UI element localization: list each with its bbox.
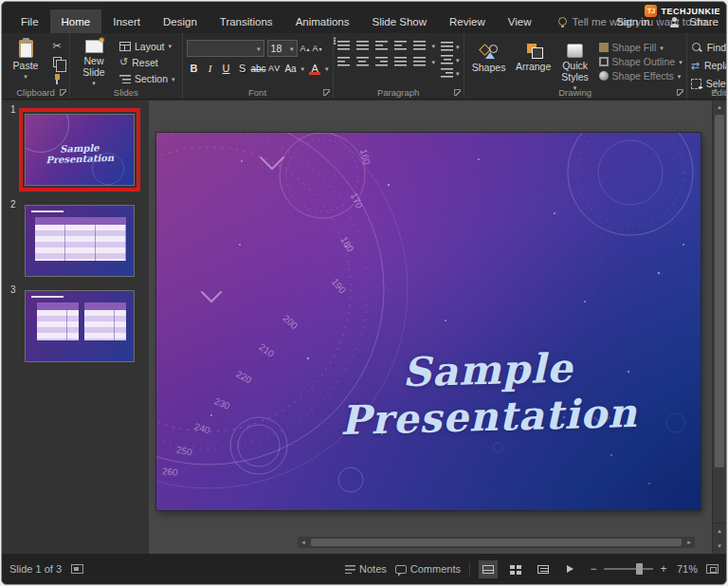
text-shadow-button[interactable]: S (237, 61, 248, 76)
new-slide-button[interactable]: New Slide ▾ (74, 36, 114, 86)
zoom-slider-thumb[interactable] (636, 563, 643, 575)
display-settings-icon[interactable] (71, 564, 83, 574)
tab-home[interactable]: Home (50, 9, 102, 33)
chevron-down-icon: ▾ (432, 43, 436, 49)
slide-thumbnail-2[interactable] (25, 205, 135, 277)
comments-button[interactable]: Comments (395, 563, 461, 575)
shape-fill-button[interactable]: Shape Fill ▾ (599, 42, 682, 53)
find-label: Find (707, 42, 726, 53)
justify-button[interactable] (394, 57, 407, 66)
change-case-button[interactable]: Aa (285, 61, 297, 76)
tab-design[interactable]: Design (152, 9, 209, 33)
techjunkie-watermark: TJ TECHJUNKIE (645, 5, 720, 17)
horizontal-scrollbar-thumb[interactable] (311, 539, 682, 546)
slide-thumbnail-3[interactable] (25, 290, 135, 362)
chevron-down-icon: ▾ (660, 45, 664, 51)
arrange-icon (524, 42, 543, 59)
zoom-in-button[interactable]: + (659, 562, 668, 576)
find-button[interactable]: Find (691, 40, 727, 55)
cut-button[interactable]: ✂ (48, 39, 65, 53)
line-spacing-button[interactable] (413, 41, 426, 50)
tab-slide-show[interactable]: Slide Show (361, 9, 439, 33)
tab-view[interactable]: View (497, 9, 543, 33)
select-button[interactable]: Select ▾ (691, 76, 727, 91)
align-left-button[interactable] (337, 57, 350, 66)
slide-decorations (156, 133, 701, 510)
tab-insert[interactable]: Insert (101, 9, 152, 33)
zoom-control: − + (589, 562, 668, 576)
slide-sorter-view-button[interactable] (506, 560, 525, 578)
next-slide-button[interactable]: ▾ (713, 539, 726, 554)
clipboard-dialog-launcher-icon[interactable] (60, 89, 66, 96)
format-painter-button[interactable] (48, 72, 65, 86)
tab-transitions[interactable]: Transitions (209, 9, 284, 33)
horizontal-scrollbar[interactable]: ◂ ▸ (298, 537, 695, 548)
paragraph-dialog-launcher-icon[interactable] (454, 89, 461, 96)
new-slide-label: New Slide (74, 55, 114, 78)
paste-button[interactable]: Paste ▾ (6, 36, 46, 86)
main-area: 1 Sample Presentation 2 3 (2, 101, 726, 554)
slide-sorter-icon (510, 565, 515, 569)
slide-editor[interactable]: 160 170 180 190 200 210 220 230 240 250 … (156, 133, 701, 510)
character-spacing-button[interactable]: AV (269, 61, 281, 76)
italic-button[interactable]: I (205, 61, 216, 76)
numbering-button[interactable] (356, 41, 369, 50)
decrease-font-size-button[interactable]: A▾ (313, 44, 322, 53)
vertical-scrollbar-thumb[interactable] (715, 115, 724, 467)
convert-to-smartart-button[interactable] (441, 68, 453, 78)
strikethrough-button[interactable]: abc (253, 61, 264, 76)
copy-button[interactable] (48, 55, 65, 69)
bullets-button[interactable] (337, 41, 350, 50)
collapse-ribbon-icon[interactable]: ∧ (712, 86, 719, 96)
arrange-label: Arrange (516, 61, 551, 72)
align-right-button[interactable] (375, 57, 388, 66)
layout-button[interactable]: Layout ▾ (117, 39, 178, 53)
comments-label: Comments (410, 563, 461, 575)
vertical-scrollbar[interactable]: ▴ ▴ ▾ (712, 101, 726, 554)
share-button[interactable]: Share (689, 16, 719, 27)
quick-styles-button[interactable]: Quick Styles ▾ (557, 38, 593, 91)
reset-button[interactable]: ↺ Reset (117, 55, 178, 69)
scroll-left-icon[interactable]: ◂ (298, 539, 309, 546)
tab-file[interactable]: File (9, 9, 50, 33)
font-name-combobox[interactable]: ▾ (187, 40, 264, 57)
slide-title-text[interactable]: Sample Presentation (288, 342, 688, 446)
shapes-button[interactable]: Shapes (468, 38, 510, 91)
font-dialog-launcher-icon[interactable] (323, 89, 330, 96)
reading-view-button[interactable] (534, 560, 553, 578)
scroll-right-icon[interactable]: ▸ (683, 539, 695, 546)
tab-review[interactable]: Review (438, 9, 497, 33)
shape-outline-button[interactable]: Shape Outline ▾ (599, 56, 682, 67)
increase-indent-button[interactable] (394, 41, 407, 50)
slide-thumbnail-1[interactable]: Sample Presentation (25, 114, 135, 186)
slide-indicator: Slide 1 of 3 (9, 563, 62, 575)
previous-slide-button[interactable]: ▴ (713, 523, 726, 539)
replace-button[interactable]: ⇄ Replace ▾ (691, 58, 727, 73)
comments-icon (395, 565, 407, 574)
section-button[interactable]: Section ▾ (117, 72, 178, 86)
columns-button[interactable] (413, 57, 426, 66)
bold-button[interactable]: B (189, 61, 200, 76)
font-color-button[interactable]: A (309, 61, 320, 76)
zoom-level[interactable]: 71% (677, 563, 698, 575)
increase-font-size-button[interactable]: A▴ (300, 44, 310, 53)
normal-view-button[interactable] (479, 560, 498, 578)
decrease-indent-button[interactable] (375, 41, 388, 50)
zoom-slider[interactable] (604, 568, 653, 570)
notes-button[interactable]: Notes (345, 563, 387, 575)
scroll-up-icon[interactable]: ▴ (713, 101, 726, 114)
shape-effects-button[interactable]: Shape Effects ▾ (599, 70, 682, 82)
arrange-button[interactable]: Arrange (512, 38, 555, 91)
slide-show-button[interactable] (561, 560, 580, 578)
notes-icon (345, 565, 355, 574)
text-direction-button[interactable] (441, 42, 453, 51)
underline-button[interactable]: U (221, 61, 232, 76)
tab-animations[interactable]: Animations (284, 9, 361, 33)
font-size-combobox[interactable]: 18 ▾ (267, 40, 298, 57)
sign-in-button[interactable]: Sign in (616, 16, 649, 27)
align-text-button[interactable] (441, 55, 453, 64)
align-center-button[interactable] (356, 57, 369, 66)
zoom-out-button[interactable]: − (589, 562, 598, 576)
fit-to-window-icon[interactable] (706, 564, 719, 574)
drawing-dialog-launcher-icon[interactable] (677, 89, 683, 96)
